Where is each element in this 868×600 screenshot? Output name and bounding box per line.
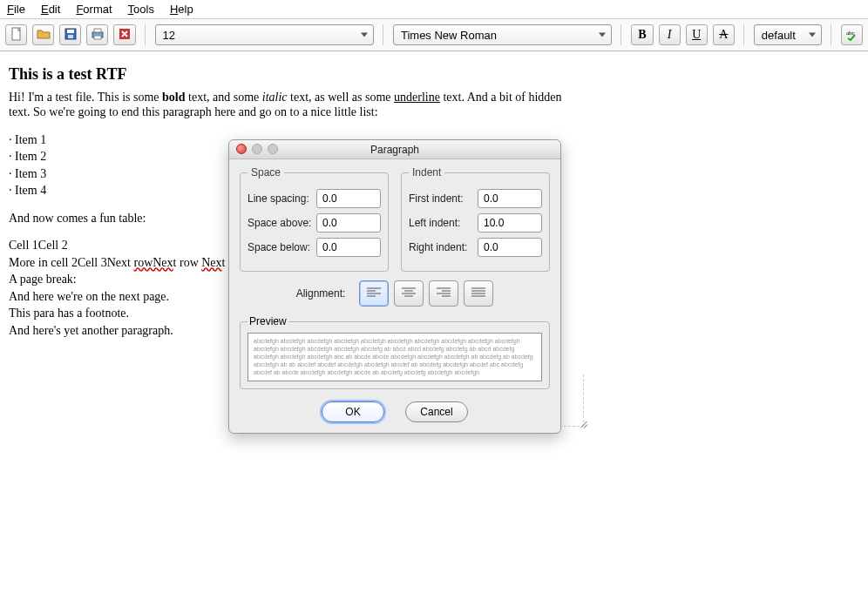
space-below-label: Space below: — [248, 241, 310, 253]
align-right-icon — [436, 287, 451, 301]
preview-box: abcdefgh abcdefgh abcdefgh abcdefgh abcd… — [248, 333, 542, 381]
alignment-label: Alignment: — [296, 287, 346, 300]
save-button[interactable] — [59, 24, 81, 45]
indent-group: Indent First indent: Left indent: Right … — [401, 166, 550, 272]
align-center-button[interactable] — [394, 280, 424, 307]
space-group: Space Line spacing: Space above: Space b… — [240, 166, 389, 272]
toolbar: 12 Times New Roman B I U A default abc — [0, 19, 868, 51]
svg-rect-2 — [67, 30, 74, 33]
save-icon — [64, 27, 78, 44]
right-indent-input[interactable] — [478, 238, 542, 257]
align-center-icon — [401, 287, 417, 301]
svg-rect-5 — [94, 29, 101, 32]
align-right-button[interactable] — [429, 280, 458, 307]
space-above-label: Space above: — [248, 217, 311, 229]
window-zoom-icon — [268, 144, 278, 154]
menu-file[interactable]: File — [7, 3, 25, 16]
new-file-icon — [10, 27, 24, 44]
indent-legend: Indent — [409, 166, 444, 179]
doc-title: This is a test RTF — [9, 64, 580, 84]
close-button[interactable] — [113, 24, 135, 45]
resize-grip-icon[interactable] — [578, 417, 588, 428]
align-justify-icon — [471, 287, 486, 301]
underline-button[interactable]: U — [686, 24, 708, 45]
line-spacing-label: Line spacing: — [248, 192, 309, 205]
window-minimize-icon — [252, 144, 262, 154]
separator — [383, 24, 384, 45]
menu-help[interactable]: Help — [170, 3, 193, 16]
new-button[interactable] — [5, 24, 27, 45]
print-icon — [91, 27, 105, 44]
left-indent-label: Left indent: — [409, 217, 460, 229]
separator — [743, 24, 745, 45]
separator — [145, 24, 146, 45]
menu-format[interactable]: Format — [76, 3, 112, 16]
font-family-value: Times New Roman — [401, 29, 497, 42]
font-family-combo[interactable]: Times New Roman — [393, 24, 612, 45]
first-indent-label: First indent: — [409, 192, 464, 205]
menubar: File Edit Format Tools Help — [0, 0, 868, 19]
print-button[interactable] — [86, 24, 108, 45]
strike-button[interactable]: A — [713, 24, 735, 45]
right-indent-label: Right indent: — [409, 241, 467, 253]
folder-open-icon — [37, 27, 51, 44]
doc-paragraph: Hi! I'm a test file. This is some bold t… — [9, 90, 580, 120]
svg-rect-6 — [94, 36, 101, 39]
spellcheck-button[interactable]: abc — [841, 24, 863, 45]
space-legend: Space — [248, 166, 284, 179]
style-combo[interactable]: default — [754, 24, 822, 45]
bold-button[interactable]: B — [631, 24, 653, 45]
ok-button[interactable]: OK — [322, 401, 384, 422]
left-indent-input[interactable] — [478, 213, 542, 233]
window-controls — [236, 144, 278, 154]
align-justify-button[interactable] — [464, 280, 493, 307]
close-icon — [118, 27, 132, 44]
space-above-input[interactable] — [316, 213, 381, 233]
window-close-icon[interactable] — [236, 144, 247, 154]
first-indent-input[interactable] — [478, 189, 542, 208]
line-spacing-input[interactable] — [316, 189, 381, 208]
font-size-combo[interactable]: 12 — [155, 24, 374, 45]
menu-edit[interactable]: Edit — [41, 3, 60, 16]
cancel-button[interactable]: Cancel — [405, 401, 468, 422]
style-value: default — [762, 29, 796, 42]
alignment-row: Alignment: — [238, 280, 552, 307]
separator — [831, 24, 832, 45]
align-left-icon — [366, 287, 382, 301]
separator — [620, 24, 622, 45]
italic-button[interactable]: I — [659, 24, 681, 45]
paragraph-dialog: Paragraph Space Line spacing: Space abov… — [228, 139, 561, 434]
align-left-button[interactable] — [359, 280, 389, 307]
space-below-input[interactable] — [316, 238, 381, 257]
open-button[interactable] — [32, 24, 54, 45]
preview-legend: Preview — [248, 315, 288, 327]
spellcheck-icon: abc — [845, 27, 859, 44]
preview-group: Preview abcdefgh abcdefgh abcdefgh abcde… — [240, 315, 550, 389]
svg-rect-3 — [68, 35, 73, 38]
dialog-title: Paragraph — [370, 144, 419, 156]
font-size-value: 12 — [163, 29, 175, 42]
dialog-titlebar[interactable]: Paragraph — [229, 140, 560, 159]
menu-tools[interactable]: Tools — [128, 3, 154, 16]
